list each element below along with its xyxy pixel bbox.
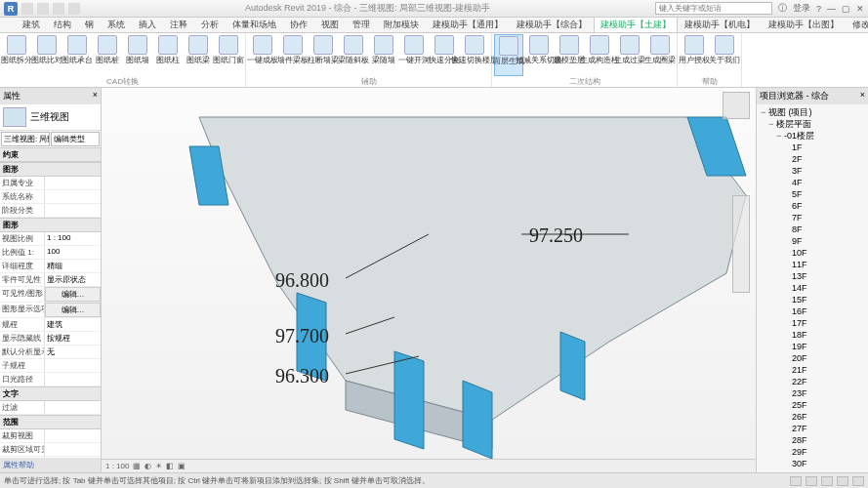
ribbon-一键成板[interactable]: 一键成板 bbox=[248, 34, 277, 76]
qat-open-icon[interactable] bbox=[21, 3, 33, 15]
qat-undo-icon[interactable] bbox=[53, 3, 64, 15]
tree-node[interactable]: 2F bbox=[759, 153, 866, 165]
design-options-icon[interactable] bbox=[806, 476, 817, 486]
select-pinned-icon[interactable] bbox=[852, 476, 864, 486]
tree-node[interactable]: 20F bbox=[759, 352, 866, 364]
tree-node[interactable]: 10F bbox=[759, 247, 866, 259]
tree-node[interactable]: 30F bbox=[759, 458, 866, 469]
view-cube[interactable] bbox=[723, 92, 750, 119]
prop-value[interactable]: 无 bbox=[45, 346, 101, 358]
crop-icon[interactable]: ▣ bbox=[178, 462, 186, 470]
tree-node[interactable]: 13F bbox=[759, 270, 866, 282]
prop-value[interactable] bbox=[45, 190, 101, 203]
browser-close-icon[interactable]: × bbox=[860, 90, 865, 102]
prop-value[interactable]: 按规程 bbox=[45, 332, 101, 345]
prop-category[interactable]: 范围 bbox=[0, 415, 101, 429]
ribbon-生成过梁[interactable]: 生成过梁 bbox=[615, 34, 644, 76]
info-icon[interactable]: ⓘ bbox=[778, 2, 787, 15]
tree-node[interactable]: 26F bbox=[759, 411, 866, 423]
qat-redo-icon[interactable] bbox=[68, 3, 80, 15]
prop-value[interactable]: 精细 bbox=[45, 260, 101, 272]
prop-value[interactable]: 显示原状态 bbox=[45, 273, 101, 286]
tree-node[interactable]: −-01楼层 bbox=[759, 130, 866, 142]
tree-node[interactable]: −视图 (项目) bbox=[759, 106, 866, 118]
ribbon-梁随斜板[interactable]: 梁随斜板 bbox=[339, 34, 368, 76]
prop-value[interactable] bbox=[45, 401, 101, 414]
ribbon-关于我们[interactable]: 关于我们 bbox=[710, 34, 739, 76]
tree-node[interactable]: 4F bbox=[759, 177, 866, 188]
tree-node[interactable]: 16F bbox=[759, 305, 866, 317]
properties-type[interactable]: 三维视图 bbox=[0, 104, 101, 131]
prop-value[interactable]: 100 bbox=[45, 246, 101, 259]
tree-node[interactable]: 15F bbox=[759, 294, 866, 305]
ribbon-图纸梁[interactable]: 图纸梁 bbox=[184, 34, 213, 76]
tab-9[interactable]: 视图 bbox=[314, 17, 346, 32]
app-logo[interactable]: R bbox=[4, 2, 18, 16]
view-scale[interactable]: 1 : 100 bbox=[105, 462, 129, 470]
tab-0[interactable]: 建筑 bbox=[16, 17, 47, 32]
ribbon-生成构造柱[interactable]: 生成构造柱 bbox=[585, 34, 614, 76]
ribbon-柱断墙梁[interactable]: 柱断墙梁 bbox=[309, 34, 338, 76]
tree-node[interactable]: 14F bbox=[759, 282, 866, 294]
ribbon-墙件梁板[interactable]: 墙件梁板 bbox=[278, 34, 308, 76]
selection-filter-icon[interactable] bbox=[821, 476, 833, 486]
tree-node[interactable]: 1F bbox=[759, 142, 866, 153]
ribbon-梁随墙[interactable]: 梁随墙 bbox=[369, 34, 398, 76]
tree-node[interactable]: 29F bbox=[759, 446, 866, 458]
worksets-icon[interactable] bbox=[790, 476, 802, 486]
tree-node[interactable]: 3F bbox=[759, 165, 866, 177]
prop-value[interactable] bbox=[45, 204, 101, 217]
prop-value[interactable] bbox=[45, 177, 101, 189]
tree-node[interactable]: 28F bbox=[759, 434, 866, 446]
tree-node[interactable]: 7F bbox=[759, 212, 866, 224]
tab-16[interactable]: 建模助手【出图】 bbox=[762, 17, 846, 32]
ribbon-图纸柱[interactable]: 图纸柱 bbox=[153, 34, 183, 76]
tree-node[interactable]: 17F bbox=[759, 317, 866, 329]
tree-node[interactable]: 9F bbox=[759, 235, 866, 247]
tree-node[interactable]: 18F bbox=[759, 329, 866, 341]
detail-level-icon[interactable]: ▦ bbox=[133, 462, 141, 470]
tab-13[interactable]: 建模助手【综合】 bbox=[510, 17, 594, 32]
view-instance-selector[interactable]: 三维视图: 局部三维视… bbox=[1, 132, 50, 146]
tree-node[interactable]: 6F bbox=[759, 200, 866, 212]
tree-node[interactable]: 11F bbox=[759, 259, 866, 270]
tab-7[interactable]: 体量和场地 bbox=[226, 17, 283, 32]
ribbon-一键开洞[interactable]: 一键开洞 bbox=[399, 34, 429, 76]
tree-twisty-icon[interactable]: − bbox=[776, 130, 784, 142]
tab-6[interactable]: 分析 bbox=[194, 17, 226, 32]
ribbon-图纸墙[interactable]: 图纸墙 bbox=[123, 34, 152, 76]
sun-path-icon[interactable]: ☀ bbox=[155, 462, 162, 470]
ribbon-图纸比对[interactable]: 图纸比对 bbox=[32, 34, 62, 76]
tab-14[interactable]: 建模助手【土建】 bbox=[594, 17, 678, 32]
prop-value[interactable]: 编辑… bbox=[45, 303, 101, 317]
tree-node[interactable]: 25F bbox=[759, 399, 866, 411]
tree-node[interactable]: 23F bbox=[759, 387, 866, 399]
model-viewport[interactable]: 97.25096.80097.70096.300 1 : 100 ▦ ◐ ☀ ◧… bbox=[102, 88, 756, 472]
tab-5[interactable]: 注释 bbox=[163, 17, 194, 32]
close-icon[interactable]: ✕ bbox=[856, 4, 864, 14]
dimension-label[interactable]: 96.800 bbox=[275, 269, 329, 292]
properties-help-link[interactable]: 属性帮助 bbox=[0, 458, 101, 472]
ribbon-图纸拆分[interactable]: 图纸拆分 bbox=[2, 34, 31, 76]
edit-type-button[interactable]: 编辑类型 bbox=[51, 132, 100, 146]
tab-17[interactable]: 修改 bbox=[846, 17, 868, 32]
tab-11[interactable]: 附加模块 bbox=[377, 17, 426, 32]
prop-value[interactable]: 建筑 bbox=[45, 318, 101, 331]
tree-node[interactable]: 31F bbox=[759, 469, 866, 472]
qat-save-icon[interactable] bbox=[37, 3, 49, 15]
tab-10[interactable]: 管理 bbox=[346, 17, 377, 32]
ribbon-图纸承台[interactable]: 图纸承台 bbox=[62, 34, 92, 76]
select-links-icon[interactable] bbox=[837, 476, 848, 486]
ribbon-扣减关系切换[interactable]: 扣减关系切换 bbox=[524, 34, 554, 76]
ribbon-生成圈梁[interactable]: 生成圈梁 bbox=[645, 34, 675, 76]
properties-close-icon[interactable]: × bbox=[93, 90, 98, 102]
dimension-label[interactable]: 96.300 bbox=[275, 365, 329, 387]
maximize-icon[interactable]: ▢ bbox=[842, 4, 850, 14]
tab-15[interactable]: 建模助手【机电】 bbox=[678, 17, 762, 32]
tab-4[interactable]: 插入 bbox=[132, 17, 163, 32]
tree-twisty-icon[interactable]: − bbox=[761, 106, 768, 118]
prop-category[interactable]: 图形 bbox=[0, 218, 101, 232]
prop-value[interactable] bbox=[45, 359, 101, 372]
prop-value[interactable]: 编辑… bbox=[45, 287, 101, 302]
search-input[interactable] bbox=[655, 2, 772, 15]
